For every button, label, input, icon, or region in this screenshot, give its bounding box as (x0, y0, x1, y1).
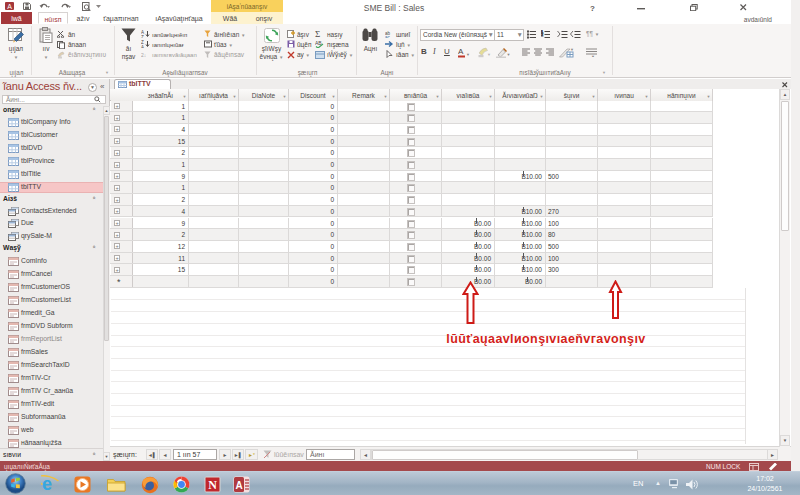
svg-text:A: A (7, 3, 12, 10)
svg-text:A: A (141, 44, 144, 48)
svg-text:A: A (235, 480, 242, 491)
svg-text:2: 2 (541, 33, 543, 37)
svg-text:▼: ▼ (570, 47, 574, 52)
svg-text:▼: ▼ (591, 54, 595, 58)
svg-text:▼: ▼ (466, 52, 470, 57)
svg-text:Σ: Σ (315, 29, 320, 38)
svg-text:▼: ▼ (487, 52, 491, 57)
svg-text:N: N (208, 478, 217, 492)
svg-text:A: A (458, 47, 464, 56)
svg-text:2↓: 2↓ (141, 52, 146, 58)
svg-text:Z: Z (141, 34, 144, 38)
svg-text:ac: ac (385, 34, 391, 38)
svg-text:▼: ▼ (507, 52, 511, 57)
